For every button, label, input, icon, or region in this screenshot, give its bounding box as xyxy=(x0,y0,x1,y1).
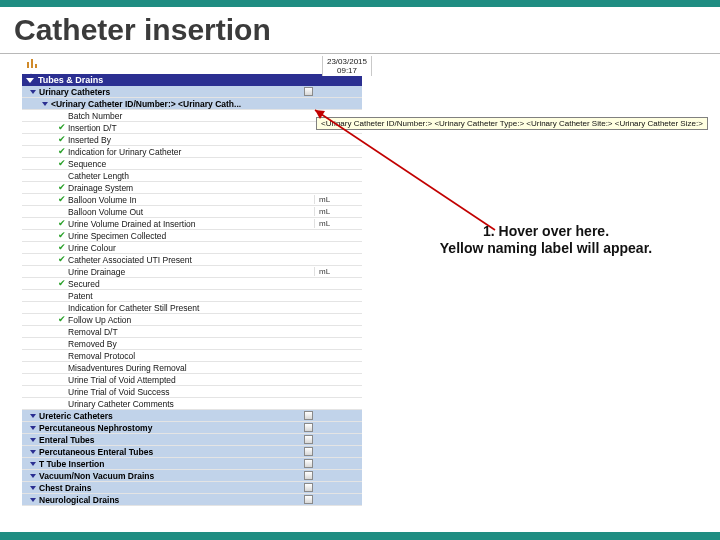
hover-tooltip: <Urinary Catheter ID/Number:> <Urinary C… xyxy=(316,117,708,130)
row-unit: mL xyxy=(314,219,362,228)
chart-row[interactable]: Balloon Volume OutmL xyxy=(22,206,362,218)
row-label: Balloon Volume In xyxy=(68,195,314,205)
section-tubes-drains[interactable]: Tubes & Drains xyxy=(22,74,362,86)
section-label: Tubes & Drains xyxy=(38,75,103,85)
chart-row[interactable]: ✔Secured xyxy=(22,278,362,290)
category-row[interactable]: Vacuum/Non Vacuum Drains xyxy=(22,470,362,482)
date-header-time: 09:17 xyxy=(323,66,371,75)
svg-rect-2 xyxy=(35,64,37,68)
entry-icon[interactable] xyxy=(304,495,313,504)
row-label: Urine Colour xyxy=(68,243,314,253)
entry-icon[interactable] xyxy=(304,447,313,456)
category-row[interactable]: Enteral Tubes xyxy=(22,434,362,446)
entry-icon[interactable] xyxy=(304,423,313,432)
entry-icon[interactable] xyxy=(304,471,313,480)
annotation-line2: Yellow naming label will appear. xyxy=(411,240,681,256)
slide-border-top xyxy=(0,0,720,7)
collapse-icon xyxy=(26,78,34,83)
row-label: Urine Trial of Void Success xyxy=(68,387,314,397)
chart-row[interactable]: Batch Number xyxy=(22,110,362,122)
chart-row[interactable]: ✔Sequence xyxy=(22,158,362,170)
row-unit: mL xyxy=(314,195,362,204)
chart-row[interactable]: ✔Urine Colour xyxy=(22,242,362,254)
category-row[interactable]: Chest Drains xyxy=(22,482,362,494)
category-row[interactable]: Percutaneous Nephrostomy xyxy=(22,422,362,434)
chart-row[interactable]: Urine Trial of Void Success xyxy=(22,386,362,398)
collapse-icon xyxy=(30,90,36,94)
category-label: Ureteric Catheters xyxy=(39,411,302,421)
chart-row[interactable]: ✔Balloon Volume InmL xyxy=(22,194,362,206)
entry-icon[interactable] xyxy=(304,411,313,420)
annotation-text: 1. Hover over here. Yellow naming label … xyxy=(411,223,681,256)
chart-row[interactable]: ✔Catheter Associated UTI Present xyxy=(22,254,362,266)
entry-icon[interactable] xyxy=(304,87,313,96)
category-row[interactable]: Neurological Drains xyxy=(22,494,362,506)
category-row[interactable]: T Tube Insertion xyxy=(22,458,362,470)
chart-row[interactable]: ✔Drainage System xyxy=(22,182,362,194)
collapse-icon xyxy=(30,414,36,418)
category-row[interactable]: Percutaneous Enteral Tubes xyxy=(22,446,362,458)
chart-toolbar-icon[interactable] xyxy=(26,56,40,70)
chart-row[interactable]: Indication for Catheter Still Present xyxy=(22,302,362,314)
category-label: Chest Drains xyxy=(39,483,302,493)
subheader-urinary-catheters[interactable]: Urinary Catheters xyxy=(22,86,362,98)
row-check-icon: ✔ xyxy=(56,315,68,324)
category-label: Neurological Drains xyxy=(39,495,302,505)
chart-row[interactable]: ✔Indication for Urinary Catheter xyxy=(22,146,362,158)
urinary-catheter-id-row[interactable]: <Urinary Catheter ID/Number:> <Urinary C… xyxy=(22,98,362,110)
chart-row[interactable]: Urine DrainagemL xyxy=(22,266,362,278)
row-label: Urine Specimen Collected xyxy=(68,231,314,241)
chart-row[interactable]: Removal D/T xyxy=(22,326,362,338)
collapse-icon xyxy=(30,462,36,466)
row-check-icon: ✔ xyxy=(56,159,68,168)
toolbar-icons xyxy=(22,56,362,72)
chart-row[interactable]: Patent xyxy=(22,290,362,302)
entry-icon[interactable] xyxy=(304,459,313,468)
collapse-icon xyxy=(30,426,36,430)
row-label: Catheter Associated UTI Present xyxy=(68,255,314,265)
chart-row[interactable]: Misadventures During Removal xyxy=(22,362,362,374)
row-label: Inserted By xyxy=(68,135,314,145)
row-label: Urine Drainage xyxy=(68,267,314,277)
row-unit: mL xyxy=(314,267,362,276)
date-header: 23/03/2015 09:17 xyxy=(322,56,372,76)
row-check-icon: ✔ xyxy=(56,219,68,228)
collapse-icon xyxy=(30,438,36,442)
chart-row[interactable]: ✔Insertion D/T xyxy=(22,122,362,134)
row-label: Patent xyxy=(68,291,314,301)
row-check-icon: ✔ xyxy=(56,279,68,288)
chart-row[interactable]: ✔Urine Specimen Collected xyxy=(22,230,362,242)
chart-row[interactable]: ✔Urine Volume Drained at InsertionmL xyxy=(22,218,362,230)
svg-rect-1 xyxy=(31,59,33,68)
chart-row[interactable]: ✔Inserted By xyxy=(22,134,362,146)
collapse-icon xyxy=(30,450,36,454)
row-check-icon: ✔ xyxy=(56,195,68,204)
category-label: Percutaneous Nephrostomy xyxy=(39,423,302,433)
observation-chart: 23/03/2015 09:17 Tubes & Drains Urinary … xyxy=(22,56,362,516)
chart-row[interactable]: Removal Protocol xyxy=(22,350,362,362)
chart-row[interactable]: Urine Trial of Void Attempted xyxy=(22,374,362,386)
chart-row[interactable]: Urinary Catheter Comments xyxy=(22,398,362,410)
slide-border-bottom xyxy=(0,532,720,540)
category-label: Vacuum/Non Vacuum Drains xyxy=(39,471,302,481)
row-check-icon: ✔ xyxy=(56,183,68,192)
category-label: Percutaneous Enteral Tubes xyxy=(39,447,302,457)
chart-row[interactable]: ✔Follow Up Action xyxy=(22,314,362,326)
row-check-icon: ✔ xyxy=(56,123,68,132)
entry-icon[interactable] xyxy=(304,435,313,444)
category-row[interactable]: Ureteric Catheters xyxy=(22,410,362,422)
chart-row[interactable]: Removed By xyxy=(22,338,362,350)
collapse-icon xyxy=(42,102,48,106)
row-label: Follow Up Action xyxy=(68,315,314,325)
chart-row[interactable]: Catheter Length xyxy=(22,170,362,182)
row-label: Urinary Catheter Comments xyxy=(68,399,314,409)
row-check-icon: ✔ xyxy=(56,147,68,156)
row-label: Removed By xyxy=(68,339,314,349)
row-label: Removal Protocol xyxy=(68,351,314,361)
row-unit: mL xyxy=(314,207,362,216)
entry-icon[interactable] xyxy=(304,483,313,492)
svg-rect-0 xyxy=(27,62,29,68)
collapse-icon xyxy=(30,486,36,490)
category-label: T Tube Insertion xyxy=(39,459,302,469)
collapse-icon xyxy=(30,474,36,478)
